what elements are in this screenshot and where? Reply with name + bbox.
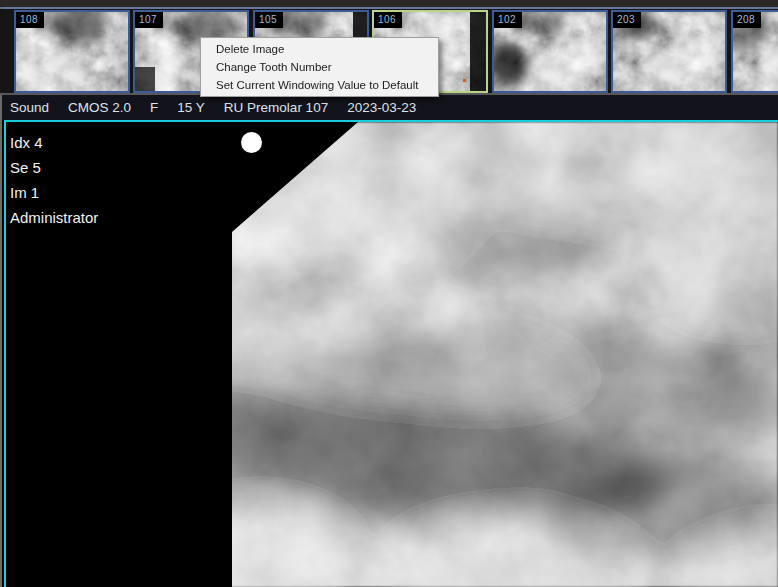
tooth-number-badge: 108 [16, 12, 44, 28]
menu-item-change-tooth-number[interactable]: Change Tooth Number [201, 58, 438, 76]
image-info-bar: Sound CMOS 2.0 F 15 Y RU Premolar 107 20… [2, 95, 778, 120]
app-window: 108 107 105 [0, 0, 778, 587]
sex-field: F [150, 100, 158, 115]
tooth-number-badge: 106 [374, 12, 402, 28]
age-field: 15 Y [177, 100, 205, 115]
overlay-image-number: Im 1 [10, 180, 98, 205]
tooth-number-badge: 107 [135, 12, 163, 28]
tooth-number-badge: 102 [494, 12, 522, 28]
menu-item-set-windowing-default[interactable]: Set Current Windowing Value to Default [201, 76, 438, 94]
date-field: 2023-03-23 [347, 100, 416, 115]
overlay-series: Se 5 [10, 155, 98, 180]
xray-image[interactable] [6, 122, 778, 587]
thumbnail-208[interactable]: 208 [731, 10, 778, 93]
window-top-band [0, 0, 778, 7]
menu-item-delete-image[interactable]: Delete Image [201, 40, 438, 58]
thumbnail-108[interactable]: 108 [14, 10, 130, 93]
tooth-number-badge: 208 [733, 12, 761, 28]
thumbnail-102[interactable]: 102 [492, 10, 608, 93]
context-menu: Delete Image Change Tooth Number Set Cur… [200, 37, 439, 97]
viewer-overlay-text: Idx 4 Se 5 Im 1 Administrator [10, 130, 98, 230]
sensor-field: CMOS 2.0 [68, 100, 131, 115]
status-field: Sound [10, 100, 49, 115]
tooth-number-badge: 203 [613, 12, 641, 28]
overlay-index: Idx 4 [10, 130, 98, 155]
overlay-user: Administrator [10, 205, 98, 230]
image-viewport[interactable]: Idx 4 Se 5 Im 1 Administrator [4, 120, 778, 587]
tooth-field: RU Premolar 107 [224, 100, 328, 115]
annotation-marker-dot[interactable] [241, 132, 262, 153]
tooth-number-badge: 105 [255, 12, 283, 28]
thumbnail-203[interactable]: 203 [611, 10, 727, 93]
